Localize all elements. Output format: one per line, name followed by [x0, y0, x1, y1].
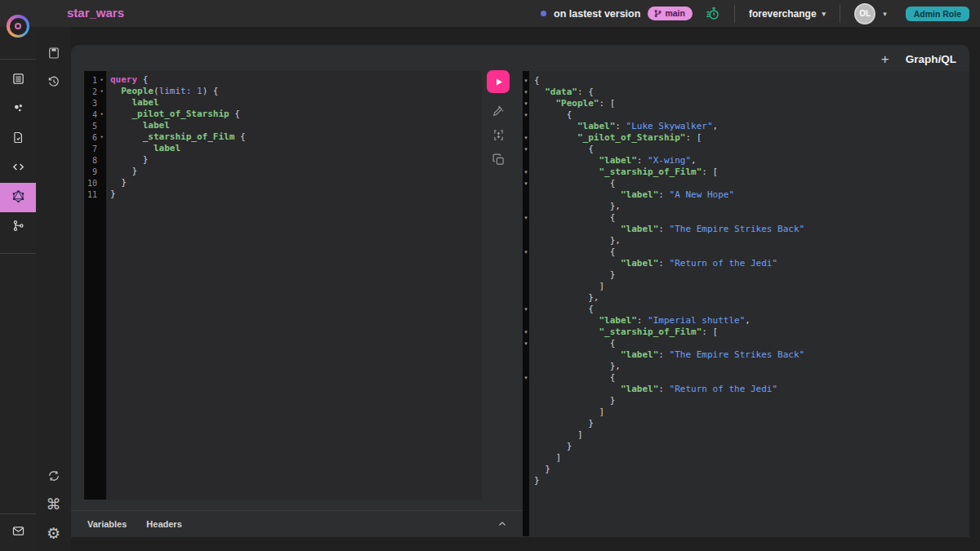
fold-marker-icon[interactable]: ▾	[523, 329, 529, 335]
gutter-line[interactable]: 5	[84, 120, 106, 131]
response-line: },	[534, 201, 969, 212]
response-line: {	[534, 212, 969, 224]
code-line: }	[110, 177, 482, 189]
gutter-line[interactable]: 4▾	[84, 109, 106, 120]
response-fold-gutter: ▾▾▾▾▾▾▾▾▾▾▾▾▾▾	[523, 71, 529, 536]
fold-marker-icon[interactable]: ▾	[523, 169, 529, 175]
sidebar-item-graphql-icon[interactable]	[0, 183, 36, 212]
response-line: },	[534, 361, 969, 372]
response-line: }	[534, 269, 969, 281]
response-line: },	[534, 235, 969, 247]
session-header: + GraphiQL	[881, 52, 956, 66]
branch-badge[interactable]: main	[648, 7, 693, 20]
fold-marker-icon[interactable]: ▾	[523, 112, 529, 118]
response-line: "label": "Luke Skywalker",	[534, 121, 969, 132]
line-number-gutter: 1▾2▾34▾56▾7891011	[84, 71, 106, 500]
code-line: _pilot_of_Starship {	[110, 109, 482, 120]
code-line: }	[110, 154, 482, 166]
fold-marker-icon[interactable]: ▾	[523, 340, 529, 346]
topbar-divider	[840, 5, 840, 23]
gutter-line[interactable]: 10	[84, 177, 106, 189]
branch-name: main	[665, 8, 685, 18]
docs-icon[interactable]	[36, 42, 71, 64]
version-status-dot-icon	[541, 11, 546, 16]
graphql-icon	[11, 189, 25, 207]
app-root: star_wars on lastest version main foreve…	[0, 0, 980, 551]
role-badge: Admin Role	[906, 7, 969, 21]
gutter-line[interactable]: 7	[84, 143, 106, 154]
org-dropdown[interactable]: foreverchange ▾	[749, 8, 826, 20]
merge-icon[interactable]	[492, 128, 506, 142]
fold-marker-icon[interactable]: ▾	[523, 146, 529, 152]
graphiql-sidebar: ⌘⚙	[36, 27, 71, 551]
graphiql-logo: GraphiQL	[906, 53, 956, 65]
code-line: label	[110, 143, 482, 154]
fold-marker-icon[interactable]: ▾	[523, 306, 529, 312]
gutter-line[interactable]: 8	[84, 154, 106, 166]
tab-headers[interactable]: Headers	[146, 519, 181, 529]
execute-button[interactable]	[487, 70, 510, 93]
query-code[interactable]: query { People(limit: 1) { label _pilot_…	[106, 71, 482, 500]
sidebar-item-document-check-icon[interactable]	[0, 124, 36, 153]
response-line: }	[534, 418, 969, 429]
fold-marker-icon[interactable]: ▾	[523, 375, 529, 380]
gutter-line[interactable]: 1▾	[84, 74, 106, 86]
gutter-line[interactable]: 11	[84, 189, 106, 200]
topbar-divider	[734, 5, 735, 23]
org-dropdown-label: foreverchange	[749, 8, 817, 20]
sidebar-item-mail-icon[interactable]	[0, 514, 36, 551]
copy-icon[interactable]	[492, 153, 506, 167]
code-line: _starship_of_Film {	[110, 131, 482, 143]
gutter-line[interactable]: 2▾	[84, 86, 106, 97]
fold-marker-icon[interactable]: ▾	[523, 78, 529, 83]
cluster-icon	[11, 101, 25, 118]
response-line: "_starship_of_Film": [	[534, 167, 969, 178]
response-line: {	[534, 178, 969, 189]
response-code: { "data": { "People": [ { "label": "Luke…	[529, 71, 969, 536]
response-line: {	[534, 144, 969, 155]
response-line: "label": "Return of the Jedi"	[534, 384, 969, 395]
sidebar-item-code-icon[interactable]	[0, 153, 36, 183]
stopwatch-icon[interactable]	[705, 6, 720, 21]
mail-icon	[11, 524, 25, 541]
document-check-icon	[11, 131, 25, 148]
fold-marker-icon[interactable]: ▾	[523, 100, 529, 106]
tab-variables[interactable]: Variables	[87, 519, 127, 529]
history-icon[interactable]	[36, 71, 71, 92]
refetch-icon[interactable]	[36, 465, 71, 487]
response-line: "label": "X-wing",	[534, 155, 969, 167]
sidebar-item-cluster-icon[interactable]	[0, 95, 36, 124]
shortcut-keys-icon[interactable]: ⌘	[36, 494, 71, 515]
git-branch-icon	[653, 9, 662, 18]
gutter-line[interactable]: 6▾	[84, 131, 106, 143]
response-line: ]	[534, 407, 969, 418]
response-line: ]	[534, 429, 969, 441]
sidebar-item-table-icon[interactable]	[0, 65, 36, 95]
sidebar-divider	[0, 59, 36, 60]
prettify-icon[interactable]	[492, 104, 506, 118]
add-tab-button[interactable]: +	[881, 52, 889, 66]
response-line: }	[534, 475, 969, 487]
graphiql-panel: + GraphiQL 1▾2▾34▾56▾7891011 query { Peo…	[71, 45, 969, 537]
sidebar-item-git-merge-icon[interactable]	[0, 212, 36, 242]
fold-marker-icon[interactable]: ▾	[523, 215, 529, 220]
app-logo-icon[interactable]	[7, 15, 29, 38]
response-line: }	[534, 441, 969, 452]
response-line: }	[534, 464, 969, 475]
git-merge-icon	[11, 219, 25, 236]
avatar-chevron-down-icon[interactable]: ▾	[883, 10, 887, 18]
gutter-line[interactable]: 9	[84, 166, 106, 177]
response-line: "label": "The Empire Strikes Back"	[534, 349, 969, 361]
fold-marker-icon[interactable]: ▾	[523, 180, 529, 186]
gutter-line[interactable]: 3	[84, 97, 106, 109]
sidebar-divider	[0, 253, 36, 254]
fold-marker-icon[interactable]: ▾	[523, 89, 529, 95]
response-line: {	[534, 109, 969, 121]
query-editor[interactable]: 1▾2▾34▾56▾7891011 query { People(limit: …	[84, 71, 482, 500]
fold-marker-icon[interactable]: ▾	[523, 135, 529, 140]
settings-icon[interactable]: ⚙	[36, 522, 71, 544]
fold-marker-icon[interactable]: ▾	[523, 249, 529, 255]
version-status-text: on lastest version	[554, 8, 640, 20]
chevron-up-icon[interactable]	[497, 518, 508, 533]
avatar[interactable]: OL	[854, 3, 875, 24]
